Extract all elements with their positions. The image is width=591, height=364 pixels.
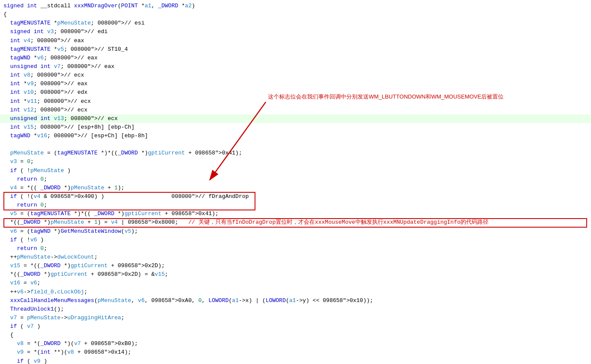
- code-line: v4 = *(( _DWORD *)pMenuState + 1);: [0, 184, 591, 192]
- code-line: return 0;: [0, 244, 591, 253]
- code-line: int v8; 008000">// ecx: [0, 71, 591, 80]
- code-line: if ( !pMenuState ): [0, 167, 591, 175]
- code-line: {: [0, 10, 591, 19]
- code-line: if ( !(v4 & 098658">0x400) ) 008000">// …: [0, 192, 591, 201]
- code-line: [0, 140, 591, 149]
- code-line: signed int v3; 008000">// edi: [0, 28, 591, 36]
- code-line: *((_DWORD *)gptiCurrent + 098658">0x2D) …: [0, 270, 591, 279]
- code-line: *((_DWORD *)pMenuState + 1) = v4 | 09865…: [0, 218, 591, 227]
- code-line: signed int __stdcall xxxMNDragOver(POINT…: [0, 2, 591, 10]
- code-line: ++pMenuState->dwLockCount;: [0, 253, 591, 262]
- code-line: v5 = (tagMENUSTATE *)*(( _DWORD *)gptiCu…: [0, 210, 591, 218]
- code-line: if ( !v6 ): [0, 236, 591, 244]
- code-line: v9 = *(int **)(v8 + 098658">0x14);: [0, 348, 591, 357]
- code-line: v15 = *((_DWORD *)gptiCurrent + 098658">…: [0, 262, 591, 270]
- code-container: signed int __stdcall xxxMNDragOver(POINT…: [0, 0, 591, 364]
- code-line: if ( v9 ): [0, 357, 591, 364]
- code-line: xxxCallHandleMenuMessages(pMenuState, v6…: [0, 296, 591, 305]
- code-line: if ( v7 ): [0, 322, 591, 331]
- code-line: v6 = (tagWND *)GetMenuStateWindow(v5);: [0, 227, 591, 236]
- code-line: unsigned int v13; 008000">// ecx: [0, 114, 591, 123]
- code-line: v7 = pMenuState->uDraggingHitArea;: [0, 314, 591, 322]
- code-line: ++v6->field_0.cLockObj;: [0, 288, 591, 296]
- code-line: pMenuState = (tagMENUSTATE *)*((_DWORD *…: [0, 149, 591, 157]
- code-line: tagWND *v6; 008000">// eax: [0, 54, 591, 62]
- code-line: return 0;: [0, 175, 591, 184]
- code-line: v16 = v6;: [0, 279, 591, 287]
- code-line: v8 = *(_DWORD *)(v7 + 098658">0xB0);: [0, 339, 591, 348]
- annotation-text: 这个标志位会在我们事件回调中分别发送WM_LBUTTONDOWN和WM_MOUS…: [268, 93, 504, 101]
- code-line: tagMENUSTATE *pMenuState; 008000">// esi: [0, 19, 591, 28]
- code-line: int *v9; 008000">// eax: [0, 80, 591, 88]
- code-line: {: [0, 331, 591, 339]
- code-line: return 0;: [0, 201, 591, 210]
- code-line: int v4; 008000">// eax: [0, 37, 591, 45]
- code-line: unsigned int v7; 008000">// eax: [0, 62, 591, 71]
- code-line: tagWND *v16; 008000">// [esp+Ch] [ebp-8h…: [0, 132, 591, 140]
- code-line: tagMENUSTATE *v5; 008000">// ST10_4: [0, 45, 591, 54]
- code-line: ThreadUnlock1();: [0, 305, 591, 314]
- code-line: int v12; 008000">// ecx: [0, 106, 591, 114]
- code-line: v3 = 0;: [0, 157, 591, 166]
- code-line: int v15; 008000">// [esp+8h] [ebp-Ch]: [0, 123, 591, 132]
